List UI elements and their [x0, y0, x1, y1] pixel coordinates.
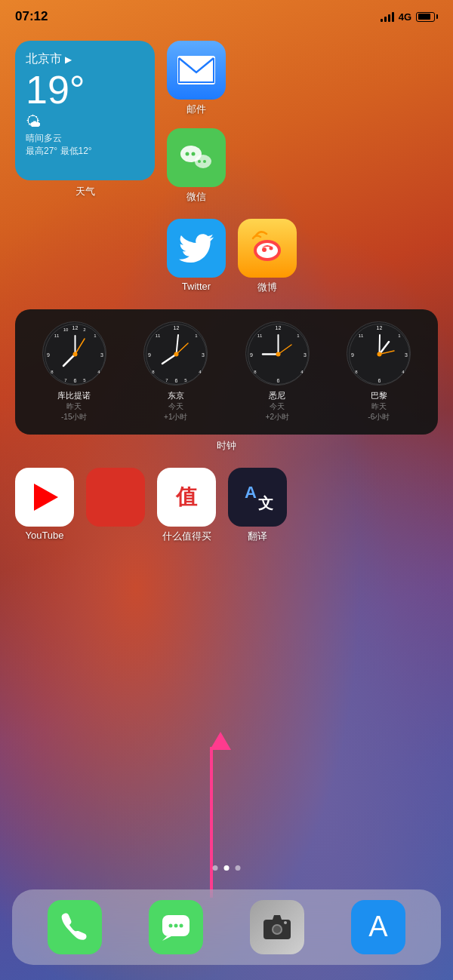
translate-icon: A 文 — [228, 468, 287, 527]
svg-text:10: 10 — [63, 327, 68, 332]
clock-diff-tokyo: +1小时 — [164, 412, 187, 422]
arrow-head-icon — [210, 732, 231, 750]
weather-city: 北京市 ▶ — [26, 51, 144, 67]
red-placeholder-app[interactable] — [86, 468, 145, 543]
row3: YouTube 值 什么值得买 A 文 翻译 — [15, 468, 438, 543]
clock-city-kubino: 库比提诺 — [57, 390, 91, 401]
status-time: 07:12 — [15, 9, 48, 24]
clock-diff-kubino: -15小时 — [61, 412, 87, 422]
weather-condition: 晴间多云 — [26, 132, 144, 145]
row2: Twitter 微博 — [167, 219, 438, 294]
svg-point-5 — [198, 160, 201, 163]
svg-text:9: 9 — [250, 352, 253, 358]
twitter-icon — [167, 219, 226, 278]
svg-text:A: A — [245, 483, 257, 502]
svg-text:12: 12 — [275, 325, 281, 330]
clock-day-paris: 昨天 — [371, 401, 387, 412]
svg-text:9: 9 — [351, 352, 354, 358]
clock-face-sydney: 12 3 6 9 1 11 4 8 — [245, 321, 310, 386]
clock-widget-group: 12 3 6 9 1 11 4 8 5 7 2 10 — [15, 309, 438, 453]
svg-rect-0 — [177, 56, 215, 84]
weather-widget[interactable]: 北京市 ▶ 19° 🌤 晴间多云 最高27° 最低12° — [15, 41, 155, 180]
clock-kubino: 12 3 6 9 1 11 4 8 5 7 2 10 — [27, 321, 122, 422]
twitter-app[interactable]: Twitter — [167, 219, 226, 294]
svg-text:3: 3 — [405, 352, 408, 358]
clock-day-kubino: 昨天 — [66, 401, 82, 412]
youtube-label: YouTube — [25, 530, 63, 541]
svg-point-10 — [270, 247, 273, 250]
svg-text:3: 3 — [100, 352, 103, 358]
weather-sun-icon: 🌤 — [26, 113, 144, 131]
dock-camera-app[interactable] — [250, 900, 304, 954]
messages-icon — [149, 900, 203, 954]
dock-messages-app[interactable] — [149, 900, 203, 954]
dock-phone-app[interactable] — [48, 900, 102, 954]
red-placeholder-icon — [86, 468, 145, 527]
svg-point-3 — [192, 152, 196, 156]
clock-city-tokyo: 东京 — [168, 390, 184, 401]
clock-diff-sydney: +2小时 — [266, 412, 289, 422]
status-bar: 07:12 4G — [0, 0, 453, 33]
wechat-app[interactable]: 微信 — [167, 128, 226, 204]
svg-text:3: 3 — [202, 352, 205, 358]
svg-point-68 — [378, 352, 382, 357]
dock: A — [12, 889, 441, 965]
phone-icon — [48, 900, 102, 954]
weibo-app[interactable]: 微博 — [238, 219, 297, 294]
appstore-icon: A — [351, 900, 405, 954]
svg-point-27 — [72, 352, 77, 357]
svg-point-9 — [262, 247, 267, 252]
clock-widget[interactable]: 12 3 6 9 1 11 4 8 5 7 2 10 — [15, 309, 438, 435]
svg-point-6 — [203, 160, 206, 163]
translate-app[interactable]: A 文 翻译 — [228, 468, 287, 543]
weibo-label: 微博 — [257, 281, 277, 294]
clock-sydney: 12 3 6 9 1 11 4 8 悉尼 — [230, 321, 325, 422]
page-dots — [213, 865, 241, 871]
svg-text:文: 文 — [258, 495, 273, 512]
svg-point-2 — [186, 152, 190, 156]
svg-point-42 — [174, 352, 179, 357]
mail-app[interactable]: 邮件 — [167, 41, 226, 116]
network-type: 4G — [399, 11, 411, 23]
svg-text:3: 3 — [304, 352, 307, 358]
wechat-icon — [167, 128, 226, 187]
svg-point-74 — [174, 924, 178, 928]
mail-label: 邮件 — [186, 103, 206, 116]
translate-label: 翻译 — [248, 530, 267, 543]
location-arrow-icon: ▶ — [65, 54, 72, 65]
battery-icon — [416, 12, 438, 22]
weather-label: 天气 — [15, 185, 155, 198]
clock-face-kubino: 12 3 6 9 1 11 4 8 5 7 2 10 — [42, 321, 106, 386]
weibo-icon — [238, 219, 297, 278]
youtube-icon — [15, 468, 74, 527]
wechat-label: 微信 — [186, 190, 206, 204]
clock-paris: 12 3 6 9 1 4 8 11 巴黎 — [332, 321, 427, 422]
mail-icon — [167, 41, 226, 100]
svg-marker-72 — [162, 936, 171, 941]
arrow-indicator — [210, 747, 213, 898]
page-dot-1 — [213, 865, 218, 871]
svg-text:12: 12 — [377, 325, 383, 330]
clock-face-tokyo: 12 3 6 9 1 11 4 8 5 7 — [143, 321, 208, 386]
apps-container: 北京市 ▶ 19° 🌤 晴间多云 最高27° 最低12° 天气 — [0, 41, 453, 558]
camera-icon — [250, 900, 304, 954]
svg-text:11: 11 — [257, 333, 262, 338]
clock-city-sydney: 悉尼 — [269, 390, 285, 401]
arrow-line — [210, 747, 213, 898]
svg-text:11: 11 — [359, 333, 364, 338]
dock-appstore-app[interactable]: A — [351, 900, 405, 954]
svg-line-66 — [380, 335, 381, 355]
clock-widget-label: 时钟 — [15, 439, 438, 453]
smzdm-label: 什么值得买 — [162, 530, 211, 543]
svg-point-73 — [169, 924, 173, 928]
right-column: 邮件 微信 — [167, 41, 226, 204]
clock-diff-paris: -6小时 — [368, 412, 390, 422]
page-dot-2 — [224, 865, 230, 871]
svg-text:6: 6 — [276, 378, 279, 383]
smzdm-app[interactable]: 值 什么值得买 — [157, 468, 216, 543]
svg-point-79 — [273, 926, 281, 933]
svg-text:9: 9 — [47, 352, 50, 358]
twitter-label: Twitter — [182, 281, 211, 292]
clock-city-paris: 巴黎 — [371, 390, 387, 401]
youtube-app[interactable]: YouTube — [15, 468, 74, 543]
